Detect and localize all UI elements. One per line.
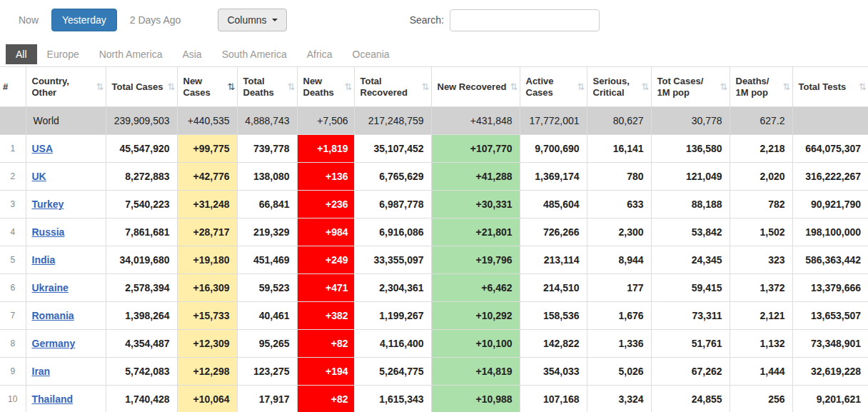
total-recovered-cell: 33,355,097 [354,246,431,274]
active-cases-cell: 158,536 [520,302,587,330]
new-recovered-cell: +41,288 [431,163,520,191]
tab-europe[interactable]: Europe [37,44,89,64]
country-cell: UK [26,163,106,191]
new-deaths-cell: +82 [297,330,354,358]
country-cell: Russia [26,218,106,246]
total-deaths-cell: 40,461 [237,302,297,330]
tab-all[interactable]: All [6,44,37,64]
new-recovered-cell: +14,819 [431,358,520,386]
country-link[interactable]: Thailand [32,393,74,405]
deaths-1m-cell: 1,372 [730,274,792,302]
two-days-ago-button[interactable]: 2 Days Ago [127,10,184,30]
yesterday-button[interactable]: Yesterday [51,9,117,31]
total-cases-cell: 45,547,920 [106,135,177,163]
country-link[interactable]: Iran [32,366,51,377]
country-cell: Romania [26,302,106,330]
column-header-label: Total Cases [112,81,163,92]
country-link[interactable]: UK [32,171,46,182]
column-header-total-recovered[interactable]: Total Recovered⇅ [354,67,431,107]
table-row: 10Thailand1,740,428+10,06417,917+821,615… [0,386,868,412]
total-deaths-cell: 95,265 [237,330,297,358]
table-header-row: #Country, Other⇅Total Cases⇅New Cases⇅To… [0,67,868,107]
column-header-label: New Deaths [303,76,334,98]
active-cases-cell: 726,266 [520,218,587,246]
new-deaths-cell: +471 [297,274,354,302]
deaths-1m-cell: 2,218 [730,135,792,163]
serious-critical-cell: 80,627 [587,107,651,135]
country-link[interactable]: Russia [32,226,65,238]
total-tests-cell: 32,619,228 [792,358,868,386]
country-link[interactable]: India [32,254,56,266]
columns-dropdown-button[interactable]: Columns [218,9,286,31]
country-link[interactable]: Germany [32,338,76,349]
new-cases-cell: +440,535 [177,107,237,135]
tab-asia[interactable]: Asia [172,44,211,64]
now-button[interactable]: Now [16,10,41,30]
country-cell: World [26,107,106,135]
tot-cases-1m-cell: 136,580 [651,135,730,163]
country-link[interactable]: Turkey [32,199,64,210]
serious-critical-cell: 8,944 [587,246,651,274]
deaths-1m-cell: 782 [730,191,792,218]
rank-cell: 2 [0,163,26,191]
rank-cell: 4 [0,218,26,246]
column-header-label: New Cases [183,76,211,98]
country-link[interactable]: USA [32,143,54,154]
sort-icon: ⇅ [577,81,585,93]
rank-cell: 8 [0,330,26,358]
new-deaths-cell: +382 [297,302,354,330]
column-header-deaths-1m[interactable]: Deaths/ 1M pop⇅ [730,67,792,107]
tot-cases-1m-cell: 30,778 [651,107,730,135]
column-header-serious-critical[interactable]: Serious, Critical⇅ [587,67,651,107]
total-deaths-cell: 138,080 [237,163,297,191]
tot-cases-1m-cell: 24,345 [651,246,730,274]
column-header-new-recovered[interactable]: New Recovered⇅ [431,67,520,107]
country-link[interactable]: Romania [32,310,74,321]
active-cases-cell: 214,510 [520,274,587,302]
column-header-new-cases[interactable]: New Cases⇅ [177,67,237,107]
total-deaths-cell: 59,523 [237,274,297,302]
serious-critical-cell: 177 [587,274,651,302]
deaths-1m-cell: 627.2 [730,107,792,135]
new-cases-cell: +28,717 [177,218,237,246]
column-header-total-cases[interactable]: Total Cases⇅ [106,67,177,107]
active-cases-cell: 142,822 [520,330,587,358]
new-recovered-cell: +10,292 [431,302,520,330]
active-cases-cell: 213,114 [520,246,587,274]
tab-south-america[interactable]: South America [212,44,297,64]
deaths-1m-cell: 2,020 [730,163,792,191]
column-header-label: Active Cases [526,76,554,98]
tab-africa[interactable]: Africa [297,44,343,64]
column-header-total-tests[interactable]: Total Tests⇅ [792,67,868,107]
total-deaths-cell: 123,275 [237,358,297,386]
column-header-total-deaths[interactable]: Total Deaths⇅ [237,67,297,107]
serious-critical-cell: 1,336 [587,330,651,358]
total-deaths-cell: 219,329 [237,218,297,246]
active-cases-cell: 107,168 [520,386,587,412]
serious-critical-cell: 1,676 [587,302,651,330]
column-header-tot-cases-1m[interactable]: Tot Cases/ 1M pop⇅ [651,67,730,107]
column-header-label: New Recovered [438,81,507,92]
new-cases-cell: +15,733 [177,302,237,330]
total-tests-cell: 9,201,621 [792,386,868,412]
deaths-1m-cell: 323 [730,246,792,274]
table-row: 6Ukraine2,578,394+16,30959,523+4712,304,… [0,274,868,302]
total-cases-cell: 5,742,083 [106,358,177,386]
serious-critical-cell: 16,141 [587,135,651,163]
column-header-active-cases[interactable]: Active Cases⇅ [520,67,587,107]
tab-north-america[interactable]: North America [89,44,173,64]
table-row: 9Iran5,742,083+12,298123,275+1945,264,77… [0,358,868,386]
tab-oceania[interactable]: Oceania [343,44,400,64]
country-link[interactable]: Ukraine [32,282,69,293]
column-header-country[interactable]: Country, Other⇅ [26,67,106,107]
table-body: World239,909,503+440,5354,888,743+7,5062… [0,107,868,412]
new-cases-cell: +99,775 [177,135,237,163]
search-input[interactable] [450,9,600,31]
column-header-new-deaths[interactable]: New Deaths⇅ [297,67,354,107]
new-cases-cell: +42,776 [177,163,237,191]
country-cell: Ukraine [26,274,106,302]
new-deaths-cell: +82 [297,386,354,412]
total-tests-cell: 198,100,000 [792,218,868,246]
table-row: 1USA45,547,920+99,775739,778+1,81935,107… [0,135,868,163]
new-recovered-cell: +10,988 [431,386,520,412]
